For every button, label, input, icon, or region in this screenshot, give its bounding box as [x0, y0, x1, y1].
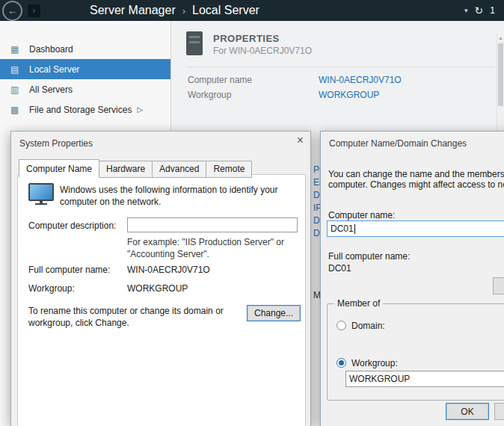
sidebar-item-label: File and Storage Services — [29, 105, 132, 115]
computer-monitor-icon — [28, 183, 54, 206]
ok-button[interactable]: OK — [446, 403, 489, 420]
all-servers-icon: ▥ — [10, 84, 24, 95]
example-text: For example: "IIS Production Server" or … — [127, 236, 284, 260]
text-caret — [354, 224, 355, 234]
tab-remote[interactable]: Remote — [206, 161, 252, 178]
sidebar-item-label: All Servers — [29, 84, 73, 95]
server-manager-window: ← › Server Manager › Local Server ▾ ↻ 1 … — [0, 0, 504, 426]
more-button-clipped[interactable] — [493, 277, 504, 294]
full-computer-name-label: Full computer name: — [28, 265, 110, 275]
tab-strip: Computer Name Hardware Advanced Remote — [19, 159, 251, 178]
workgroup-link[interactable]: WORKGROUP — [319, 90, 379, 100]
expand-chevron-icon[interactable]: ▷ — [137, 105, 143, 114]
properties-subheading: For WIN-0AECRJ0V71O — [213, 46, 312, 56]
domain-radio[interactable] — [336, 321, 346, 330]
clipped-property-value: D — [313, 228, 320, 238]
computer-name-label: Computer name: — [328, 210, 395, 220]
clipped-property-value: D — [313, 190, 320, 200]
workgroup-value: WORKGROUP — [127, 283, 188, 294]
sidebar-item-local-server[interactable]: ▤ Local Server — [0, 59, 170, 79]
sidebar-item-dashboard[interactable]: ▦ Dashboard — [0, 39, 170, 59]
clipped-property-value: D — [313, 215, 320, 226]
scrollbar-thumb[interactable] — [498, 43, 503, 106]
computer-name-label: Computer name — [188, 75, 252, 85]
member-of-groupbox: Member of Domain: Workgroup: WORKGROUP — [327, 303, 504, 401]
tab-advanced[interactable]: Advanced — [152, 161, 206, 178]
properties-heading: PROPERTIES — [213, 33, 280, 44]
full-computer-name-value: DC01 — [328, 263, 351, 274]
scroll-up-icon[interactable]: ▴ — [497, 35, 504, 41]
intro-text-line2: computer. Changes might affect access to… — [328, 179, 504, 190]
computer-description-label: Computer description: — [28, 220, 116, 231]
workgroup-radio[interactable] — [336, 358, 346, 368]
computer-name-domain-changes-dialog: Computer Name/Domain Changes You can cha… — [320, 131, 504, 426]
close-icon[interactable]: × — [297, 135, 304, 146]
sidebar-item-label: Dashboard — [29, 44, 73, 55]
breadcrumb: Server Manager › Local Server — [90, 4, 259, 17]
forward-arrow-icon: › — [33, 6, 36, 15]
back-button[interactable]: ← — [2, 1, 22, 21]
sidebar-item-all-servers[interactable]: ▥ All Servers — [0, 79, 170, 99]
computer-name-input[interactable]: DC01 — [327, 220, 504, 237]
tab-hardware[interactable]: Hardware — [99, 161, 153, 178]
dashboard-icon: ▦ — [10, 44, 24, 55]
titlebar-controls: ▾ ↻ 1 — [464, 0, 495, 21]
dialog-title: System Properties — [19, 138, 93, 149]
sidebar-item-label: Local Server — [29, 64, 79, 75]
full-computer-name-value: WIN-0AECRJ0V71O — [127, 265, 210, 275]
workgroup-radio-label: Workgroup: — [351, 358, 398, 368]
computer-name-tab-page: Windows uses the following information t… — [17, 174, 306, 426]
full-computer-name-label: Full computer name: — [328, 251, 410, 262]
computer-name-link[interactable]: WIN-0AECRJ0V71O — [319, 75, 402, 85]
title-bar: ← › Server Manager › Local Server ▾ ↻ 1 — [0, 0, 504, 21]
breadcrumb-chevron-icon: › — [182, 5, 185, 16]
rename-instruction-text: To rename this computer or change its do… — [28, 305, 235, 329]
workgroup-input[interactable]: WORKGROUP — [345, 371, 504, 387]
system-properties-dialog: System Properties × Computer Name Hardwa… — [10, 131, 311, 426]
computer-description-input[interactable] — [127, 217, 298, 232]
local-server-icon: ▤ — [10, 64, 24, 75]
tab-computer-name[interactable]: Computer Name — [19, 159, 99, 178]
workgroup-label: Workgroup — [188, 90, 231, 100]
change-button[interactable]: Change... — [247, 305, 301, 321]
app-title: Server Manager — [90, 4, 176, 17]
workgroup-label: Workgroup: — [28, 283, 75, 294]
cancel-button-clipped[interactable] — [494, 403, 504, 420]
page-title: Local Server — [192, 4, 259, 17]
forward-button[interactable]: › — [28, 4, 40, 17]
file-storage-icon: ▩ — [10, 105, 24, 115]
server-icon — [186, 31, 203, 55]
workgroup-input-value: WORKGROUP — [349, 374, 410, 384]
intro-text-line1: You can change the name and the membersh… — [328, 169, 504, 179]
refresh-icon[interactable]: ↻ — [475, 4, 484, 16]
intro-text: Windows uses the following information t… — [60, 185, 301, 208]
sidebar-item-file-storage-services[interactable]: ▩ File and Storage Services ▷ — [0, 99, 170, 120]
computer-name-value: DC01 — [331, 223, 354, 234]
divider — [186, 67, 495, 67]
chevron-down-icon[interactable]: ▾ — [464, 7, 468, 14]
domain-radio-label: Domain: — [351, 321, 385, 331]
dialog-title: Computer Name/Domain Changes — [329, 138, 467, 149]
notification-count[interactable]: 1 — [490, 5, 495, 16]
member-of-label: Member of — [334, 298, 383, 309]
back-arrow-icon: ← — [7, 6, 17, 16]
